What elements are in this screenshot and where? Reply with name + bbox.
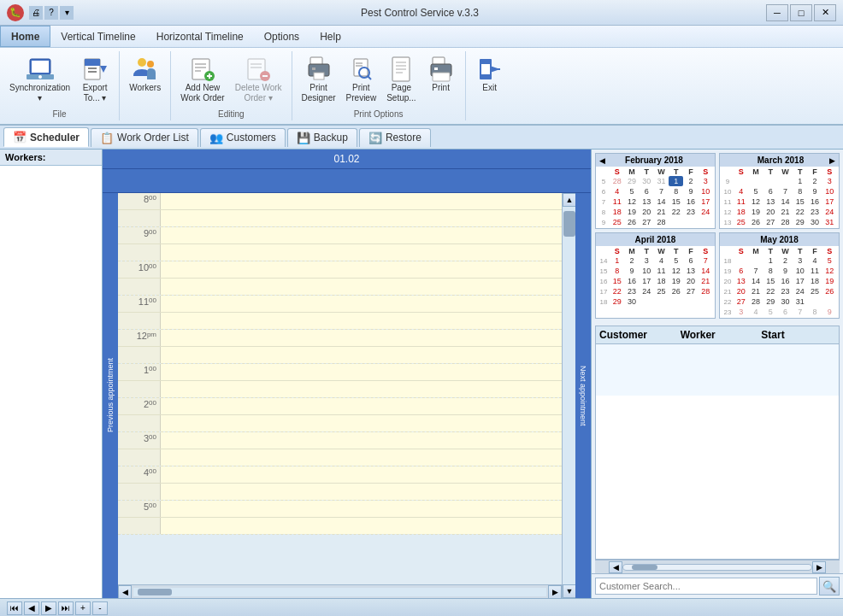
cal-day[interactable]: 6 bbox=[778, 307, 793, 317]
cal-day[interactable]: 26 bbox=[748, 217, 763, 227]
cal-day[interactable]: 5 bbox=[822, 255, 837, 266]
cal-prev-btn[interactable]: ◀ bbox=[599, 156, 605, 165]
cal-day[interactable]: 21 bbox=[699, 276, 713, 286]
cal-day[interactable]: 19 bbox=[822, 276, 837, 286]
cal-day[interactable]: 3 bbox=[699, 176, 713, 186]
time-grid-scroll[interactable]: 8009001000110012pm100200300400500 bbox=[118, 193, 562, 584]
cal-day[interactable]: 24 bbox=[822, 207, 837, 217]
cal-day[interactable] bbox=[807, 296, 822, 307]
cal-day[interactable]: 11 bbox=[807, 266, 822, 276]
cal-day[interactable]: 16 bbox=[624, 276, 639, 286]
print-designer-button[interactable]: PrintDesigner bbox=[298, 53, 340, 106]
h-scroll-track[interactable] bbox=[133, 588, 546, 596]
cal-day[interactable]: 31 bbox=[822, 217, 837, 227]
cal-day[interactable]: 11 bbox=[654, 266, 669, 276]
cal-day[interactable]: 12 bbox=[822, 266, 837, 276]
cal-day[interactable] bbox=[822, 296, 837, 307]
cal-day[interactable]: 23 bbox=[683, 207, 698, 217]
cal-day[interactable]: 2 bbox=[778, 255, 793, 266]
minimize-btn[interactable]: ─ bbox=[766, 4, 788, 21]
cal-day[interactable]: 13 bbox=[683, 266, 698, 276]
cal-day[interactable]: 15 bbox=[669, 197, 683, 207]
cal-day[interactable] bbox=[683, 296, 698, 307]
cal-day[interactable]: 30 bbox=[807, 217, 822, 227]
cal-day[interactable]: 4 bbox=[654, 255, 669, 266]
cal-day[interactable] bbox=[669, 217, 683, 227]
delete-work-order-button[interactable]: Delete WorkOrder ▾ bbox=[231, 53, 286, 106]
cal-day[interactable] bbox=[669, 296, 683, 307]
cal-day[interactable]: 11 bbox=[610, 197, 624, 207]
cal-day[interactable]: 10 bbox=[822, 186, 837, 197]
cal-day[interactable]: 20 bbox=[734, 286, 748, 296]
cal-day[interactable]: 30 bbox=[624, 296, 639, 307]
cal-day[interactable]: 23 bbox=[807, 207, 822, 217]
cal-day[interactable]: 5 bbox=[624, 186, 639, 197]
cal-day[interactable]: 22 bbox=[610, 286, 624, 296]
cal-day[interactable]: 29 bbox=[610, 296, 624, 307]
cal-day[interactable]: 17 bbox=[640, 276, 654, 286]
cal-day[interactable]: 1 bbox=[669, 176, 683, 186]
cal-day[interactable]: 31 bbox=[793, 296, 807, 307]
cal-day[interactable]: 14 bbox=[778, 197, 793, 207]
cal-day[interactable]: 15 bbox=[610, 276, 624, 286]
menu-horizontal-timeline[interactable]: Horizontal Timeline bbox=[146, 26, 254, 47]
cal-day[interactable]: 26 bbox=[669, 286, 683, 296]
cal-day[interactable]: 8 bbox=[807, 307, 822, 317]
help-quick-btn[interactable]: ? bbox=[44, 6, 58, 20]
cal-day[interactable]: 7 bbox=[793, 307, 807, 317]
cal-day[interactable]: 4 bbox=[748, 307, 763, 317]
cal-day[interactable]: 18 bbox=[734, 207, 748, 217]
cal-day[interactable]: 28 bbox=[610, 176, 624, 186]
cal-day[interactable]: 4 bbox=[610, 186, 624, 197]
cal-day[interactable]: 3 bbox=[822, 176, 837, 186]
cal-day[interactable]: 12 bbox=[669, 266, 683, 276]
cal-day[interactable]: 27 bbox=[734, 296, 748, 307]
cal-day[interactable]: 13 bbox=[763, 197, 778, 207]
cal-day[interactable]: 9 bbox=[807, 186, 822, 197]
cal-day[interactable]: 30 bbox=[640, 176, 654, 186]
right-scroll-track[interactable] bbox=[622, 564, 812, 571]
cal-day[interactable]: 29 bbox=[793, 217, 807, 227]
cal-day[interactable]: 24 bbox=[793, 286, 807, 296]
cal-day[interactable]: 17 bbox=[793, 276, 807, 286]
next-appointment-btn[interactable]: Next appointment bbox=[575, 193, 591, 598]
cal-day[interactable]: 15 bbox=[793, 197, 807, 207]
workers-button[interactable]: Workers bbox=[125, 53, 165, 96]
cal-day[interactable]: 22 bbox=[793, 207, 807, 217]
nav-add-btn[interactable]: + bbox=[75, 601, 91, 615]
cal-day[interactable]: 9 bbox=[624, 266, 639, 276]
cal-day[interactable]: 29 bbox=[624, 176, 639, 186]
nav-next-btn[interactable]: ▶ bbox=[41, 601, 56, 615]
cal-day[interactable]: 7 bbox=[778, 186, 793, 197]
cal-day[interactable] bbox=[683, 217, 698, 227]
cal-day[interactable]: 8 bbox=[669, 186, 683, 197]
cal-day[interactable]: 17 bbox=[822, 197, 837, 207]
cal-day[interactable]: 25 bbox=[807, 286, 822, 296]
menu-home[interactable]: Home bbox=[0, 26, 50, 47]
cal-next-btn[interactable]: ▶ bbox=[829, 156, 835, 165]
cal-day[interactable]: 28 bbox=[748, 296, 763, 307]
cal-day[interactable]: 6 bbox=[640, 186, 654, 197]
scroll-down-btn[interactable]: ▼ bbox=[563, 584, 576, 598]
cal-day[interactable]: 27 bbox=[763, 217, 778, 227]
cal-day[interactable] bbox=[699, 296, 713, 307]
cal-day[interactable]: 8 bbox=[793, 186, 807, 197]
cal-day[interactable]: 25 bbox=[610, 217, 624, 227]
v-scroll-track[interactable] bbox=[563, 207, 575, 584]
cal-day[interactable]: 14 bbox=[699, 266, 713, 276]
scroll-right-btn[interactable]: ▶ bbox=[548, 585, 562, 599]
cal-day[interactable] bbox=[734, 176, 748, 186]
cal-day[interactable]: 13 bbox=[734, 276, 748, 286]
exit-button[interactable]: Exit bbox=[471, 53, 509, 96]
cal-day[interactable] bbox=[734, 255, 748, 266]
cal-day[interactable]: 3 bbox=[640, 255, 654, 266]
cal-day[interactable]: 30 bbox=[778, 296, 793, 307]
tab-restore[interactable]: 🔄 Restore bbox=[359, 128, 431, 147]
cal-day[interactable]: 18 bbox=[610, 207, 624, 217]
tab-scheduler[interactable]: 📅 Scheduler bbox=[3, 127, 89, 147]
close-btn[interactable]: ✕ bbox=[814, 4, 836, 21]
cal-day[interactable]: 19 bbox=[748, 207, 763, 217]
cal-day[interactable]: 3 bbox=[793, 255, 807, 266]
customize-quick-btn[interactable]: ▾ bbox=[60, 6, 74, 20]
cal-day[interactable]: 10 bbox=[640, 266, 654, 276]
